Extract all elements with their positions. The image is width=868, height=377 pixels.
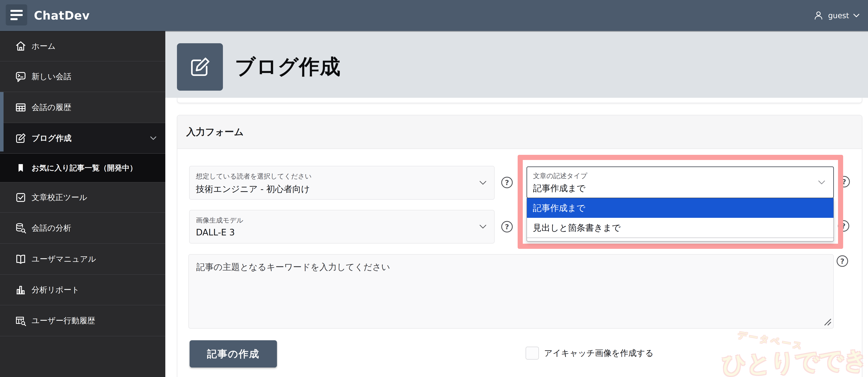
database-search-icon	[14, 222, 27, 234]
writing-type-select-label: 文章の記述タイプ	[533, 171, 833, 180]
chevron-down-icon	[818, 180, 826, 185]
open-book-icon	[14, 253, 27, 265]
page-title-icon-box	[177, 43, 223, 91]
sidebar-item-label: ホーム	[32, 41, 56, 52]
user-icon	[813, 10, 824, 21]
image-model-select[interactable]: 画像生成モデル DALL-E 3	[189, 210, 495, 243]
bar-chart-icon	[14, 284, 27, 296]
reader-select-value: 技術エンジニア - 初心者向け	[196, 183, 494, 195]
help-icon[interactable]: ?	[837, 255, 848, 267]
sidebar-nav: ホーム 新しい会話 会話の履歴	[0, 31, 165, 377]
check-square-icon	[14, 191, 27, 204]
keywords-textarea[interactable]	[188, 254, 834, 329]
user-menu[interactable]: guest	[813, 0, 860, 31]
sidebar-item-label: 分析リポート	[32, 284, 80, 295]
bookmark-icon	[14, 163, 27, 173]
top-bar: ChatDev guest	[0, 0, 868, 31]
reader-select-label: 想定している読者を選択してください	[196, 172, 494, 181]
pencil-square-icon	[188, 55, 213, 79]
user-name: guest	[828, 11, 849, 20]
sidebar-item-history[interactable]: 会話の履歴	[0, 92, 165, 123]
help-icon[interactable]: ?	[501, 221, 513, 232]
help-icon[interactable]: ?	[838, 176, 850, 187]
page-title: ブログ作成	[235, 43, 341, 91]
sidebar-item-label: 新しい会話	[32, 71, 71, 82]
pencil-square-icon	[14, 132, 27, 145]
chevron-down-icon	[150, 136, 157, 141]
writing-type-select-value: 記事作成まで	[533, 182, 833, 194]
dropdown-option[interactable]: 見出しと箇条書きまで	[527, 218, 834, 238]
form-card-header: 入力フォーム	[177, 115, 862, 149]
writing-type-select[interactable]: 文章の記述タイプ 記事作成まで	[527, 167, 834, 198]
sidebar-item-label: ユーザー行動履歴	[32, 315, 95, 326]
scrolled-card-edge	[177, 98, 862, 103]
sidebar-item-analysis[interactable]: 会話の分析	[0, 213, 165, 244]
sidebar-item-label: お気に入り記事一覧（開発中）	[32, 163, 137, 173]
sidebar-item-label: ユーザマニュアル	[32, 254, 96, 264]
new-chat-icon	[14, 70, 27, 83]
eyecatch-checkbox-label: アイキャッチ画像を作成する	[544, 347, 654, 359]
chevron-down-icon	[479, 224, 487, 229]
image-model-select-label: 画像生成モデル	[196, 216, 494, 225]
sidebar-item-label: ブログ作成	[32, 133, 72, 144]
sidebar-item-behavior[interactable]: ユーザー行動履歴	[0, 305, 165, 336]
sidebar-item-report[interactable]: 分析リポート	[0, 275, 165, 305]
sidebar-item-proofreading[interactable]: 文章校正ツール	[0, 182, 165, 213]
image-model-select-value: DALL-E 3	[196, 227, 494, 237]
writing-type-dropdown: 記事作成まで 見出しと箇条書きまで	[527, 198, 834, 241]
help-icon[interactable]: ?	[838, 220, 849, 232]
help-icon[interactable]: ?	[501, 177, 513, 188]
chevron-down-icon	[479, 180, 487, 185]
sidebar-item-new-chat[interactable]: 新しい会話	[0, 61, 165, 92]
reader-select[interactable]: 想定している読者を選択してください 技術エンジニア - 初心者向け	[189, 166, 495, 200]
dropdown-option-selected[interactable]: 記事作成まで	[527, 198, 834, 218]
history-table-icon	[14, 101, 27, 114]
chevron-down-icon	[853, 13, 860, 18]
sidebar-toggle-button[interactable]	[6, 4, 27, 26]
sidebar-item-favorites[interactable]: お気に入り記事一覧（開発中）	[0, 154, 165, 182]
input-form-card: 入力フォーム 想定している読者を選択してください 技術エンジニア - 初心者向け…	[177, 115, 862, 377]
active-section-indicator	[0, 92, 4, 151]
eyecatch-checkbox[interactable]	[526, 347, 539, 359]
sidebar-item-label: 会話の分析	[32, 223, 71, 233]
home-icon	[14, 40, 27, 52]
sidebar-item-blog[interactable]: ブログ作成	[0, 123, 165, 154]
sidebar-item-label: 文章校正ツール	[32, 192, 87, 203]
form-card-title: 入力フォーム	[186, 125, 244, 138]
table-search-icon	[14, 314, 27, 327]
create-article-button[interactable]: 記事の作成	[190, 340, 277, 368]
sidebar-item-label: 会話の履歴	[32, 102, 71, 113]
sidebar-item-home[interactable]: ホーム	[0, 31, 165, 61]
sidebar-item-manual[interactable]: ユーザマニュアル	[0, 244, 165, 275]
app-title: ChatDev	[34, 0, 90, 31]
